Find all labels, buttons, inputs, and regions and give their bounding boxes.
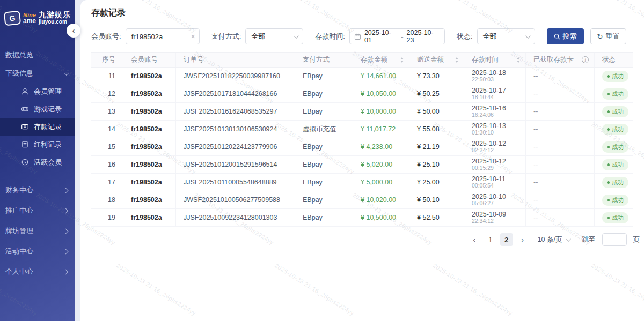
table-row: 14 fr198502a JJSF202510130130106530924 虚… <box>91 121 633 138</box>
cell-card: -- <box>526 138 595 155</box>
sidebar: G Nine ame 九游娱乐 jiuyou.com 数据总览 下级信息 <box>0 0 75 321</box>
chevron-right-icon <box>63 249 69 254</box>
cell-bonus: ¥ 73.30 <box>409 68 464 85</box>
sidebar-item-promotion-center[interactable]: 推广中心 <box>0 200 75 221</box>
cell-method: EBpay <box>295 191 353 208</box>
cell-bonus: ¥ 21.19 <box>409 138 464 155</box>
bonus-doc-icon <box>21 140 29 148</box>
sidebar-item-finance-center[interactable]: 财务中心 <box>0 180 75 200</box>
deposit-card-icon <box>21 123 29 131</box>
reset-button[interactable]: ↻ 重置 <box>590 28 627 44</box>
reset-icon: ↻ <box>597 33 603 41</box>
cell-order: JJSF202510130130106530924 <box>176 121 295 138</box>
table-row: 19 fr198502a JJSF202510092234128001303 E… <box>91 209 633 227</box>
cell-status: 成功 <box>595 156 633 173</box>
sidebar-item-deposit-records[interactable]: 存款记录 <box>0 118 75 136</box>
cell-account: fr198502a <box>123 138 176 155</box>
chevron-down-icon <box>294 33 299 39</box>
cell-account: fr198502a <box>123 85 176 102</box>
cell-amount: ¥ 5,020.00 <box>353 156 409 173</box>
game-icon <box>21 105 29 113</box>
cell-order: JWSF202510182250039987160 <box>176 68 295 85</box>
cell-no: 11 <box>91 68 123 85</box>
cell-no: 12 <box>91 85 123 102</box>
brand-domain: jiuyou.com <box>39 18 71 25</box>
logo-game-text: ame <box>23 18 36 24</box>
cell-status: 成功 <box>595 191 633 208</box>
payment-method-select[interactable]: 全部 <box>245 28 303 44</box>
cell-time: 2025-10-11 00:05:54 <box>464 174 526 191</box>
date-end: 2025-10-23 <box>407 29 440 44</box>
cell-amount: ¥ 10,050.00 <box>353 85 409 102</box>
sort-icon[interactable] <box>517 57 520 63</box>
sort-icon[interactable] <box>400 57 404 63</box>
app-root: G Nine ame 九游娱乐 jiuyou.com 数据总览 下级信息 <box>0 0 644 321</box>
sidebar-item-activity-center[interactable]: 活动中心 <box>0 241 75 262</box>
sidebar-item-personal-center[interactable]: 个人中心 <box>0 262 75 282</box>
cell-time: 2025-10-12 00:15:29 <box>464 156 526 173</box>
sidebar-item-bonus-records[interactable]: 红利记录 <box>0 136 75 153</box>
cell-card: -- <box>526 68 595 85</box>
sidebar-item-game-records[interactable]: 游戏记录 <box>0 100 75 118</box>
table-row: 18 fr198502a JWSF202510100506277509588 E… <box>91 191 633 209</box>
cell-amount: ¥ 10,500.00 <box>353 209 409 226</box>
cell-order: JJSF202510171810444268166 <box>176 85 295 102</box>
status-select[interactable]: 全部 <box>477 28 535 44</box>
col-time: 存款时间 <box>464 53 526 67</box>
sidebar-collapse-button[interactable]: ‹ <box>67 24 80 38</box>
col-method: 支付方式 <box>295 53 353 67</box>
member-account-field[interactable]: × <box>126 28 200 44</box>
chevron-down-icon <box>525 33 530 39</box>
clear-icon[interactable]: × <box>191 32 195 41</box>
cell-method: EBpay <box>295 156 353 173</box>
status-dot-icon <box>607 128 610 131</box>
cell-no: 14 <box>91 121 123 138</box>
clock-icon <box>21 158 29 166</box>
sidebar-item-archway-management[interactable]: 牌坊管理 <box>0 221 75 241</box>
status-badge: 成功 <box>602 106 628 117</box>
sidebar-item-active-members[interactable]: 活跃会员 <box>0 153 75 171</box>
jump-page-input[interactable] <box>602 233 627 246</box>
table-header: 序号 会员账号 订单号 支付方式 存款金额 赠送金额 存款时间 已获取存款卡 <box>91 53 633 68</box>
sidebar-item-subordinate-info[interactable]: 下级信息 <box>0 64 75 83</box>
cell-amount: ¥ 10,020.00 <box>353 191 409 208</box>
cell-time: 2025-10-13 01:30:10 <box>464 121 526 138</box>
next-page-button[interactable]: › <box>516 233 529 246</box>
page-size-select[interactable]: 10 条/页 <box>538 235 569 244</box>
cell-time: 2025-10-17 18:10:44 <box>464 85 526 102</box>
chevron-right-icon <box>63 228 69 234</box>
date-separator: - <box>401 33 403 41</box>
cell-account: fr198502a <box>123 68 176 85</box>
cell-amount: ¥ 4,238.00 <box>353 138 409 155</box>
table-row: 11 fr198502a JWSF202510182250039987160 E… <box>91 68 633 85</box>
deposit-table: 序号 会员账号 订单号 支付方式 存款金额 赠送金额 存款时间 已获取存款卡 <box>91 52 633 227</box>
page-1-button[interactable]: 1 <box>484 233 497 246</box>
table-body: 11 fr198502a JWSF202510182250039987160 E… <box>91 68 633 227</box>
member-icon <box>21 87 29 95</box>
sidebar-item-member-management[interactable]: 会员管理 <box>0 83 75 100</box>
cell-bonus: ¥ 52.50 <box>409 209 464 226</box>
search-button[interactable]: 搜索 <box>547 28 584 44</box>
chevron-right-icon <box>63 188 69 193</box>
page-title: 存款记录 <box>91 8 633 19</box>
cell-method: 虚拟币充值 <box>295 121 353 138</box>
prev-page-button[interactable]: ‹ <box>468 233 481 246</box>
status-badge: 成功 <box>602 141 628 153</box>
member-account-input[interactable] <box>131 33 187 41</box>
page-2-button[interactable]: 2 <box>500 233 513 246</box>
sidebar-nav: 数据总览 下级信息 会员管理 游戏记录 <box>0 35 75 282</box>
cell-order: JJSF202510161624068535297 <box>176 103 295 120</box>
cell-account: fr198502a <box>123 103 176 120</box>
col-no: 序号 <box>91 53 123 67</box>
info-icon[interactable]: i <box>582 56 589 63</box>
deposit-time-range-picker[interactable]: 2025-10-01 - 2025-10-23 <box>349 28 445 44</box>
cell-method: EBpay <box>295 85 353 102</box>
col-status: 状态 <box>595 53 633 67</box>
cell-amount: ¥ 10,000.00 <box>353 103 409 120</box>
sidebar-item-data-overview[interactable]: 数据总览 <box>0 46 75 64</box>
sort-icon[interactable] <box>455 57 458 63</box>
cell-account: fr198502a <box>123 209 176 226</box>
table-row: 17 fr198502a JJSF202510110005548648889 E… <box>91 174 633 191</box>
status-dot-icon <box>607 163 610 166</box>
table-row: 13 fr198502a JJSF202510161624068535297 E… <box>91 103 633 121</box>
